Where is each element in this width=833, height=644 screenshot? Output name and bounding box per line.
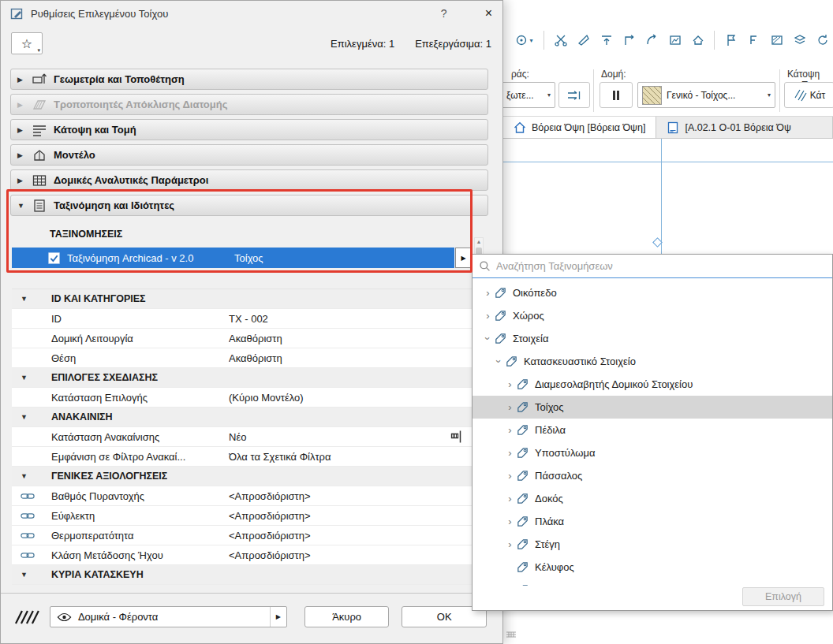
classification-tag-icon [516,378,529,391]
chevron-right-icon[interactable]: › [504,424,516,436]
tree-item-slab[interactable]: ›Πλάκα [473,510,832,533]
scroll-up-icon[interactable]: ▲ [476,238,482,246]
chevron-down-icon[interactable]: › [482,333,494,344]
chevron-right-icon: ▶ [17,177,32,184]
section-profile-modifiers[interactable]: ▶ Τροποποιητές Απόκλισης Διατομής [10,94,488,115]
tree-item-wall[interactable]: ›Τοίχος [473,396,832,419]
property-value[interactable]: Όλα τα Σχετικά Φίλτρα [229,451,472,463]
tree-item-label: Χώρος [513,310,544,322]
property-row[interactable]: Δομική Λειτουργία Ακαθόριστη [12,329,472,348]
navigator-mini-icon[interactable] [505,628,517,641]
rotate-tool-button[interactable] [812,30,833,51]
tree-item-elements[interactable]: ›Στοιχεία [473,327,832,350]
flag-tool-button[interactable] [720,30,741,51]
property-row[interactable]: Θερμοπερατότητα <Απροσδιόριστη> [12,526,472,545]
trim-tool-button[interactable] [573,30,594,51]
group-header-renovation[interactable]: ▼ ΑΝΑΚΑΙΝΙΣΗ [12,408,472,427]
favorites-button[interactable]: ☆ ▾ [11,32,43,54]
classification-row[interactable]: Ταξινόμηση Archicad - v 2.0 Τοίχος ▶ [12,248,502,268]
tree-item-roof[interactable]: ›Στέγη [473,533,832,556]
property-row[interactable]: Κατάσταση Ανακαίνισης Νέο [12,427,472,447]
chevron-right-icon[interactable]: › [504,378,516,390]
classification-search-input[interactable] [496,260,826,272]
property-value[interactable]: Ακαθόριστη [229,333,472,344]
split-tool-button[interactable] [550,30,571,51]
chevron-right-icon[interactable]: › [504,470,516,482]
eye-icon [57,612,72,622]
intersect-tool-button[interactable] [618,30,640,51]
adjust-tool-button[interactable] [596,30,617,51]
select-button[interactable]: Επιλογή [742,587,824,606]
property-row[interactable]: Κλάση Μετάδοσης Ήχου <Απροσδιόριστη> [12,545,472,565]
pen-set-icon[interactable] [13,609,39,625]
tree-item-covering[interactable]: ›Επικάλυψη [473,579,832,586]
chevron-right-icon[interactable]: › [482,310,494,322]
property-value[interactable]: <Απροσδιόριστη> [229,549,472,561]
property-value[interactable]: <Απροσδιόριστη> [229,530,472,542]
property-row[interactable]: Κατάσταση Επιλογής (Κύριο Μοντέλο) [12,388,472,408]
tree-item-footings[interactable]: ›Πέδιλα [473,419,832,441]
classification-picker-button[interactable]: ▶ [455,248,472,268]
dialog-titlebar[interactable]: Ρυθμίσεις Επιλεγμένου Τοίχου ? × [1,1,502,26]
property-value[interactable]: <Απροσδιόριστη> [229,490,472,502]
tree-item-site[interactable]: ›Οικόπεδο [473,281,832,304]
fillet-tool-button[interactable] [641,30,663,51]
property-row[interactable]: Βαθμός Πυραντοχής <Απροσδιόριστη> [12,486,472,506]
tree-item-beam[interactable]: ›Δοκός [473,487,832,510]
arrow-tool-button[interactable]: ▾ [510,30,538,51]
tab-layout-north[interactable]: [Α.02.1 Ο-01 Βόρεια Όψ [656,117,833,138]
flip-reference-button[interactable] [558,82,590,108]
tree-item-construction-element[interactable]: ›Κατασκευαστικό Στοιχείο [473,350,832,373]
settings-sections: ▶ Γεωμετρία και Τοποθέτηση ▶ Τροποποιητέ… [1,58,502,216]
layer-dropdown[interactable]: Δομικά - Φέροντα ▶ [50,606,287,627]
tree-item-shell[interactable]: Κέλυφος [473,556,832,579]
chevron-right-icon[interactable]: › [504,493,516,504]
renovation-filter-icon[interactable] [450,430,464,444]
layers-tool-button[interactable] [789,30,810,51]
property-row[interactable]: Θέση Ακαθόριστη [12,348,472,368]
property-row[interactable]: ID TX - 002 [12,309,472,329]
group-header-design-options[interactable]: ▼ ΕΠΙΛΟΓΕΣ ΣΧΕΔΙΑΣΗΣ [12,368,472,388]
section-model[interactable]: ▶ Μοντέλο [10,144,488,166]
group-header-main-construction[interactable]: ▼ ΚΥΡΙΑ ΚΑΤΑΣΚΕΥΗ [12,565,472,585]
label-tool-button[interactable] [743,30,764,51]
chevron-right-icon[interactable]: › [504,516,516,527]
resize-tool-button[interactable] [664,30,685,51]
checkbox-checked[interactable] [48,252,60,264]
tree-item-pile[interactable]: ›Πάσσαλος [473,464,832,487]
group-header-id-categories[interactable]: ▼ ID ΚΑΙ ΚΑΤΗΓΟΡΙΕΣ [12,289,472,309]
fill-tool-button[interactable] [766,30,787,51]
property-value[interactable]: Ακαθόριστη [229,352,472,364]
chevron-right-icon[interactable]: › [504,447,516,459]
section-plan-and-section[interactable]: ▶ Κάτοψη και Τομή [10,119,488,140]
property-row[interactable]: Εύφλεκτη <Απροσδιόριστη> [12,506,472,526]
tree-item-mediator[interactable]: ›Διαμεσολαβητής Δομικού Στοιχείου [473,373,832,396]
chevron-right-icon[interactable]: › [504,401,516,413]
property-row[interactable]: Εμφάνιση σε Φίλτρο Ανακαί... Όλα τα Σχετ… [12,447,472,467]
cancel-button[interactable]: Άκυρο [304,606,390,627]
classification-selected-row[interactable]: Ταξινόμηση Archicad - v 2.0 Τοίχος [12,248,454,268]
tree-item-column[interactable]: ›Υποστύλωμα [473,441,832,464]
close-button[interactable]: × [485,7,492,20]
plan-display-value: Κάτ [810,90,826,101]
chevron-down-icon[interactable]: › [493,356,505,367]
property-value[interactable]: (Κύριο Μοντέλο) [229,392,472,404]
section-structural-parameters[interactable]: ▶ Δομικές Αναλυτικές Παράμετροι [10,169,488,191]
section-classification-properties[interactable]: ▼ Ταξινόμηση και Ιδιότητες [10,195,488,216]
help-button[interactable]: ? [441,7,447,20]
right-arrow-icon[interactable]: ▶ [270,607,286,627]
roof-tool-button[interactable] [687,30,708,51]
group-header-general-ratings[interactable]: ▼ ΓΕΝΙΚΕΣ ΑΞΙΟΛΟΓΗΣΕΙΣ [12,467,472,486]
wall-structure-button[interactable] [600,82,633,108]
property-value[interactable]: Νέο [229,431,450,443]
plan-display-button[interactable]: Κάτ [784,82,833,108]
tree-item-space[interactable]: ›Χώρος [473,304,832,327]
property-value[interactable]: <Απροσδιόριστη> [229,510,472,522]
chevron-right-icon[interactable]: › [504,538,516,550]
composite-dropdown[interactable]: Γενικό - Τοίχος...▾ [637,82,775,108]
chevron-right-icon[interactable]: › [482,287,494,299]
property-value[interactable]: TX - 002 [229,313,472,325]
section-geometry[interactable]: ▶ Γεωμετρία και Τοποθέτηση [10,69,488,90]
reference-side-dropdown[interactable]: ξωτε...▾ [502,82,555,108]
tab-north-elevation[interactable]: Βόρεια Όψη [Βόρεια Όψη] [503,117,656,138]
